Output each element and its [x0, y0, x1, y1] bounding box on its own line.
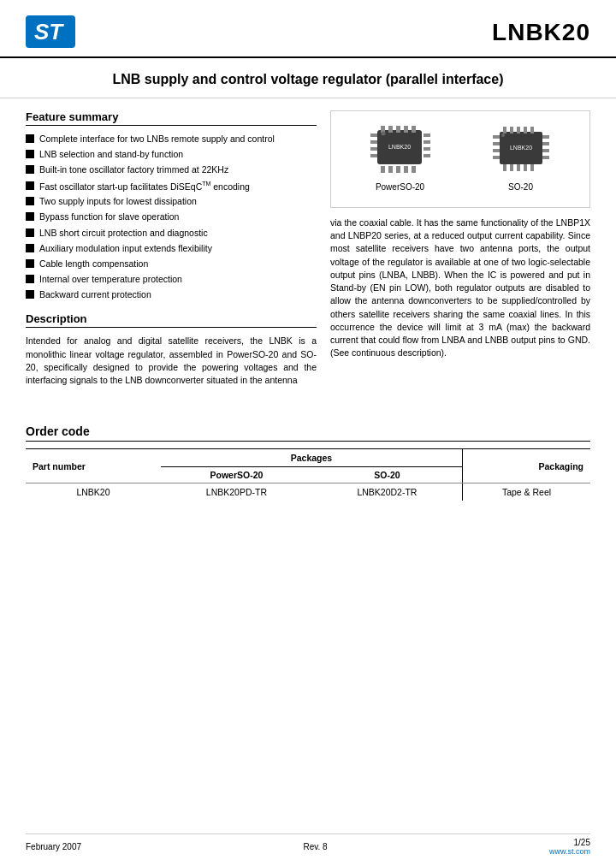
- st-logo: ST: [26, 15, 77, 50]
- list-item: Internal over temperature protection: [26, 273, 317, 285]
- part-number-title: LNBK20: [492, 19, 590, 46]
- description-section: Description Intended for analog and digi…: [26, 312, 317, 387]
- footer-page: 1/25: [549, 838, 590, 847]
- footer-revision: Rev. 8: [303, 842, 327, 851]
- svg-rect-27: [524, 127, 527, 133]
- cell-packaging: Tape & Reel: [462, 483, 590, 501]
- cell-powerso20: LNBK20PD-TR: [161, 483, 312, 501]
- bullet-icon: [26, 181, 34, 190]
- col-header-so20: SO-20: [312, 467, 463, 483]
- svg-rect-40: [542, 149, 549, 152]
- svg-rect-25: [510, 127, 513, 133]
- list-item: Auxiliary modulation input extends flexi…: [26, 242, 317, 254]
- list-item: LNB selection and stand-by function: [26, 148, 317, 160]
- bullet-icon: [26, 259, 34, 268]
- svg-rect-32: [524, 164, 527, 171]
- description-left-text: Intended for analog and digital satellit…: [26, 335, 317, 387]
- col-header-packaging: Packaging: [462, 449, 590, 483]
- left-column: Feature summary Complete interface for t…: [26, 110, 317, 387]
- svg-point-21: [381, 132, 385, 136]
- svg-rect-35: [493, 142, 500, 145]
- footer-date: February 2007: [26, 842, 81, 851]
- feature-summary-title: Feature summary: [26, 110, 317, 126]
- ic-chips-row: LNBK20 PowerSO-20: [340, 122, 581, 192]
- page-footer: February 2007 Rev. 8 1/25 www.st.com: [26, 833, 590, 856]
- list-item: Bypass function for slave operation: [26, 211, 317, 222]
- right-column: LNBK20 PowerSO-20: [330, 110, 590, 387]
- svg-rect-9: [388, 166, 393, 173]
- svg-rect-41: [542, 156, 549, 159]
- svg-rect-24: [503, 127, 506, 133]
- list-item: Complete interface for two LNBs remote s…: [26, 133, 317, 145]
- list-item: Fast oscillator start-up facilitates DiS…: [26, 180, 317, 193]
- table-row: LNBK20 LNBK20PD-TR LNBK20D2-TR Tape & Re…: [26, 483, 590, 501]
- svg-text:ST: ST: [34, 19, 64, 44]
- svg-rect-37: [493, 156, 500, 159]
- svg-rect-17: [424, 133, 430, 137]
- bullet-icon: [26, 275, 34, 283]
- col-header-partnumber: Part number: [26, 449, 161, 483]
- svg-text:LNBK20: LNBK20: [509, 145, 531, 151]
- svg-rect-5: [396, 126, 400, 133]
- order-table: Part number Packages Packaging PowerSO-2…: [26, 448, 590, 501]
- svg-rect-20: [424, 154, 430, 157]
- svg-rect-38: [542, 135, 549, 139]
- list-item: Backward current protection: [26, 288, 317, 300]
- content-area: Feature summary Complete interface for t…: [0, 98, 616, 399]
- svg-rect-19: [424, 147, 430, 151]
- ic-chip-powerso20: LNBK20 PowerSO-20: [362, 122, 439, 192]
- list-item: LNB short circuit protection and diagnos…: [26, 227, 317, 239]
- svg-rect-16: [370, 154, 377, 157]
- col-header-powerso20: PowerSO-20: [161, 467, 312, 483]
- cell-partnumber: LNBK20: [26, 483, 161, 501]
- svg-rect-34: [493, 135, 500, 139]
- order-code-section: Order code Part number Packages Packagin…: [0, 416, 616, 507]
- list-item: Built-in tone oscillator factory trimmed…: [26, 163, 317, 175]
- list-item: Cable length compensation: [26, 258, 317, 270]
- order-code-title: Order code: [26, 424, 590, 442]
- svg-rect-36: [493, 149, 500, 152]
- svg-rect-18: [424, 140, 430, 144]
- so20-label: SO-20: [508, 182, 533, 192]
- svg-rect-28: [530, 127, 534, 133]
- svg-rect-13: [370, 133, 377, 137]
- bullet-icon: [26, 134, 34, 143]
- feature-list: Complete interface for two LNBs remote s…: [26, 133, 317, 300]
- bullet-icon: [26, 212, 34, 221]
- list-item: Two supply inputs for lowest dissipation: [26, 195, 317, 207]
- description-right-text: via the coaxial cable. It has the same f…: [330, 216, 590, 359]
- svg-rect-14: [370, 140, 377, 144]
- svg-rect-6: [404, 126, 408, 133]
- svg-rect-26: [517, 127, 520, 133]
- svg-point-42: [501, 133, 505, 137]
- footer-website: www.st.com: [549, 847, 590, 856]
- ic-image-box: LNBK20 PowerSO-20: [330, 110, 590, 208]
- bullet-icon: [26, 290, 34, 299]
- bullet-icon: [26, 150, 34, 158]
- main-title: LNB supply and control voltage regulator…: [26, 72, 590, 87]
- powerso20-svg: LNBK20: [362, 122, 439, 177]
- svg-rect-33: [530, 164, 534, 171]
- svg-rect-39: [542, 142, 549, 145]
- cell-so20: LNBK20D2-TR: [312, 483, 463, 501]
- svg-rect-8: [381, 166, 385, 173]
- footer-right: 1/25 www.st.com: [549, 838, 590, 856]
- col-header-packages: Packages: [161, 449, 462, 467]
- ic-chip-so20: LNBK20 SO-20: [483, 122, 560, 192]
- svg-rect-15: [370, 147, 377, 151]
- so20-svg: LNBK20: [483, 122, 560, 177]
- description-title: Description: [26, 312, 317, 328]
- bullet-icon: [26, 228, 34, 237]
- title-section: LNB supply and control voltage regulator…: [0, 58, 616, 98]
- bullet-icon: [26, 197, 34, 205]
- svg-rect-4: [388, 126, 393, 133]
- svg-rect-10: [396, 166, 400, 173]
- svg-rect-29: [503, 164, 506, 171]
- page-header: ST LNBK20: [0, 0, 616, 58]
- bullet-icon: [26, 165, 34, 174]
- svg-rect-31: [517, 164, 520, 171]
- svg-rect-7: [412, 126, 416, 133]
- powerso20-label: PowerSO-20: [376, 182, 424, 192]
- svg-rect-11: [404, 166, 408, 173]
- svg-rect-30: [510, 164, 513, 171]
